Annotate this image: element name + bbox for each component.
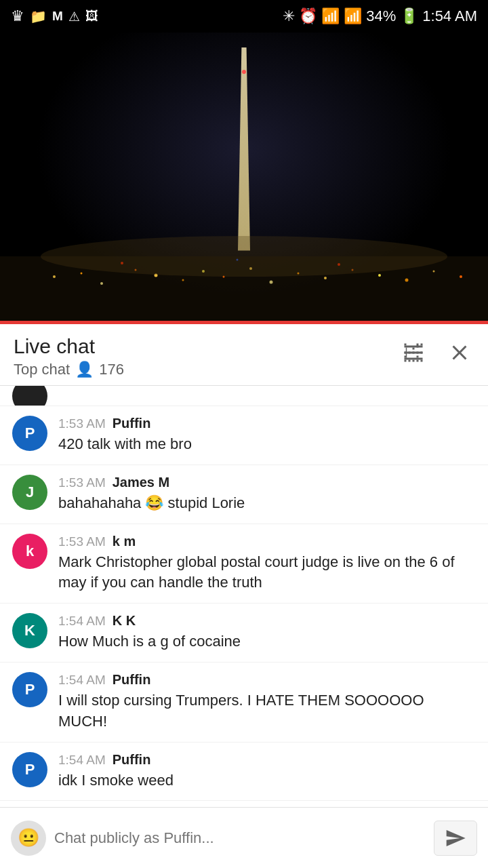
avatar: P	[12, 752, 47, 787]
message-meta: 1:53 AM James M	[58, 475, 476, 490]
image-icon: 🖼	[85, 9, 98, 24]
svg-point-1	[53, 275, 56, 278]
message-body: 1:53 AM Puffin 420 talk with me bro	[58, 416, 476, 455]
crown-icon: ♛	[11, 7, 24, 25]
message-username: k m	[113, 534, 136, 549]
svg-point-21	[338, 263, 340, 266]
time-display: 1:54 AM	[422, 7, 477, 25]
svg-point-18	[41, 236, 447, 277]
top-chat-label[interactable]: Top chat	[14, 361, 70, 378]
battery-percentage: 34%	[366, 7, 396, 25]
alarm-icon: ⏰	[299, 7, 317, 25]
message-body: 1:53 AM James M bahahahaha 😂 stupid Lori…	[58, 475, 476, 514]
avatar: J	[12, 475, 47, 510]
chat-message-row: k 1:53 AM k m Mark Christopher global po…	[0, 524, 488, 604]
emoji-icon: 😐	[18, 827, 39, 848]
message-time: 1:53 AM	[58, 416, 106, 431]
message-username: K K	[113, 613, 136, 629]
message-meta: 1:54 AM Puffin	[58, 672, 476, 688]
svg-rect-24	[405, 346, 423, 348]
message-text: 420 talk with me bro	[58, 434, 476, 455]
message-meta: 1:54 AM Puffin	[58, 752, 476, 768]
svg-point-20	[237, 259, 239, 261]
svg-point-17	[460, 275, 462, 278]
chat-message-row: J 1:53 AM James M bahahahaha 😂 stupid Lo…	[0, 465, 488, 524]
signal-icon: 📶	[344, 7, 362, 25]
svg-rect-25	[405, 358, 423, 360]
avatar: k	[12, 534, 47, 569]
filter-icon	[401, 340, 426, 365]
folder-icon: 📁	[30, 8, 47, 24]
emoji-button[interactable]: 😐	[11, 821, 46, 856]
chat-message-row: P 1:54 AM Puffin I will stop cursing Tru…	[0, 663, 488, 743]
send-button[interactable]	[434, 821, 477, 856]
m-icon: M	[52, 9, 63, 24]
viewer-count: 176	[99, 361, 124, 378]
avatar: P	[12, 672, 47, 707]
message-time: 1:54 AM	[58, 753, 106, 768]
avatar	[12, 386, 47, 406]
viewer-icon: 👤	[75, 361, 94, 378]
svg-point-6	[182, 279, 184, 281]
close-icon	[447, 340, 472, 365]
battery-icon: 🔋	[400, 7, 418, 25]
message-time: 1:54 AM	[58, 614, 106, 629]
message-text: I will stop cursing Trumpers. I HATE THE…	[58, 690, 476, 732]
chat-input-field[interactable]	[54, 821, 426, 856]
svg-point-2	[81, 273, 83, 275]
status-bar: ♛ 📁 M ⚠ 🖼 ✳ ⏰ 📶 📶 34% 🔋 1:54 AM	[0, 0, 488, 33]
chat-message-list: P 1:53 AM Puffin 420 talk with me bro J …	[0, 386, 488, 868]
message-text: How Much is a g of cocaine	[58, 631, 476, 652]
message-meta: 1:53 AM Puffin	[58, 416, 476, 431]
status-icons-left: ♛ 📁 M ⚠ 🖼	[11, 7, 98, 25]
svg-rect-23	[405, 352, 423, 354]
chat-sub-info: Top chat 👤 176	[14, 361, 124, 378]
send-icon	[445, 827, 466, 849]
status-icons-right: ✳ ⏰ 📶 📶 34% 🔋 1:54 AM	[283, 7, 477, 25]
wifi-icon: 📶	[321, 7, 340, 25]
message-text: bahahahaha 😂 stupid Lorie	[58, 493, 476, 514]
bluetooth-icon: ✳	[283, 7, 295, 25]
message-body: 1:53 AM k m Mark Christopher global post…	[58, 534, 476, 594]
warning-icon: ⚠	[68, 9, 80, 24]
chat-message-row: P 1:54 AM Puffin idk I smoke weed	[0, 743, 488, 802]
video-content	[0, 33, 488, 324]
city-lights-svg	[0, 33, 488, 324]
message-username: Puffin	[113, 752, 151, 768]
chat-message-row: K 1:54 AM K K How Much is a g of cocaine	[0, 604, 488, 663]
message-text: Mark Christopher global postal court jud…	[58, 552, 476, 594]
message-meta: 1:54 AM K K	[58, 613, 476, 629]
video-player[interactable]	[0, 33, 488, 324]
chat-message-row: P 1:53 AM Puffin 420 talk with me bro	[0, 406, 488, 465]
video-progress-bar[interactable]	[0, 321, 488, 324]
chat-controls	[399, 335, 474, 370]
message-body: 1:54 AM Puffin I will stop cursing Trump…	[58, 672, 476, 732]
live-chat-title: Live chat	[14, 335, 124, 358]
svg-point-16	[433, 271, 435, 273]
message-meta: 1:53 AM k m	[58, 534, 476, 549]
svg-point-14	[378, 274, 381, 277]
message-time: 1:53 AM	[58, 534, 106, 549]
message-time: 1:54 AM	[58, 673, 106, 688]
chat-input-bar: 😐	[0, 807, 488, 868]
message-text: idk I smoke weed	[58, 770, 476, 791]
filter-button[interactable]	[399, 338, 428, 370]
message-username: Puffin	[113, 672, 151, 688]
message-username: James M	[113, 475, 170, 490]
avatar: K	[12, 613, 47, 648]
chat-header: Live chat Top chat 👤 176	[0, 324, 488, 386]
svg-point-3	[100, 282, 103, 285]
partial-message	[0, 386, 488, 406]
svg-point-15	[405, 279, 409, 282]
chat-title-area: Live chat Top chat 👤 176	[14, 335, 124, 378]
svg-point-12	[324, 277, 327, 279]
svg-point-22	[242, 70, 246, 74]
message-username: Puffin	[113, 416, 151, 431]
svg-point-10	[270, 281, 273, 284]
message-time: 1:53 AM	[58, 475, 106, 490]
message-body: 1:54 AM Puffin idk I smoke weed	[58, 752, 476, 791]
svg-point-19	[121, 262, 123, 264]
close-button[interactable]	[445, 338, 474, 370]
avatar: P	[12, 416, 47, 451]
message-body: 1:54 AM K K How Much is a g of cocaine	[58, 613, 476, 652]
